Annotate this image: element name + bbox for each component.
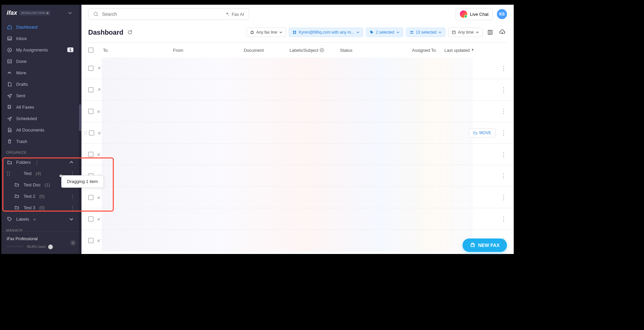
reseller-label: RESELLER VIEW: [21, 11, 45, 14]
col-labels[interactable]: Labels/Subject i: [290, 48, 340, 53]
info-icon[interactable]: i: [319, 48, 324, 52]
chevron-up-icon: [7, 70, 12, 75]
table-row[interactable]: ⋮: [81, 144, 514, 165]
refresh-button[interactable]: [127, 30, 133, 35]
move-button[interactable]: MOVE: [469, 128, 496, 138]
folder-item[interactable]: Test 2 (0)⋮: [1, 190, 79, 202]
filter-labels[interactable]: 2 selected: [366, 28, 403, 37]
plan-usage-bar: [7, 246, 24, 247]
sidebar-scrollbar[interactable]: [79, 5, 81, 254]
row-more-button[interactable]: ⋮: [500, 237, 507, 244]
svg-point-12: [72, 242, 74, 244]
columns-button[interactable]: [485, 28, 495, 37]
folders-toggle[interactable]: Folders ⋮: [1, 156, 79, 168]
folder-more-icon[interactable]: ⋮: [70, 194, 75, 199]
row-checkbox[interactable]: [88, 66, 94, 71]
table-row[interactable]: ⋮: [81, 58, 514, 79]
plan-name: iFax Professional: [7, 236, 67, 241]
nav-dashboard[interactable]: Dashboard: [1, 21, 79, 33]
chat-avatar-icon: [460, 10, 467, 18]
folder-more-icon[interactable]: ⋮: [70, 205, 75, 210]
cloud-download-button[interactable]: [498, 28, 507, 37]
row-checkbox[interactable]: [88, 87, 94, 93]
scrollbar-thumb[interactable]: [79, 104, 81, 131]
nav-label: Dashboard: [16, 25, 38, 30]
inbound-icon: [97, 239, 104, 243]
workspace-switcher[interactable]: [67, 10, 73, 16]
nav-assignments[interactable]: My Assignments 1: [1, 44, 79, 56]
row-more-button[interactable]: ⋮: [500, 172, 507, 180]
col-from[interactable]: From: [173, 48, 244, 53]
filter-member[interactable]: Kyren@fillhq.com with any m...: [289, 28, 363, 37]
table-row[interactable]: ⋮: [81, 101, 514, 122]
table-row[interactable]: ⋮: [81, 187, 514, 208]
nav-sent[interactable]: Sent: [1, 90, 79, 101]
col-to[interactable]: To: [103, 48, 173, 53]
drag-handle-icon[interactable]: [84, 131, 87, 135]
row-more-button[interactable]: ⋮: [500, 86, 507, 94]
nav-done[interactable]: Done: [1, 56, 79, 67]
svg-rect-15: [293, 31, 295, 32]
folder-item[interactable]: Test 3 (0)⋮: [1, 202, 79, 213]
user-avatar[interactable]: KS: [497, 9, 507, 19]
nav-label: My Assignments: [16, 47, 48, 52]
tag-icon: [7, 217, 12, 222]
table-row[interactable]: ⋮: [81, 79, 514, 101]
row-more-button[interactable]: ⋮: [500, 215, 507, 223]
col-assigned[interactable]: Assigned To: [412, 48, 444, 53]
labels-toggle[interactable]: Labels +: [1, 213, 79, 225]
col-document[interactable]: Document: [244, 48, 290, 53]
row-checkbox[interactable]: [89, 130, 94, 136]
filter-label: Kyren@fillhq.com with any m...: [299, 30, 354, 35]
row-more-button[interactable]: ⋮: [500, 65, 507, 72]
row-more-button[interactable]: ⋮: [500, 129, 507, 137]
nav-scheduled[interactable]: Scheduled: [1, 113, 79, 124]
search-icon: [93, 11, 99, 17]
table-row[interactable]: ⋮: [81, 208, 514, 230]
folder-count: (4): [36, 171, 41, 176]
row-checkbox[interactable]: [88, 216, 94, 222]
row-checkbox[interactable]: [88, 195, 94, 200]
filter-faxline[interactable]: Any fax line: [246, 28, 286, 37]
folder-move-icon: [473, 131, 477, 135]
tag-icon: [370, 30, 374, 34]
row-more-button[interactable]: ⋮: [500, 108, 507, 115]
chevron-down-icon: [356, 31, 360, 34]
info-icon[interactable]: i: [48, 245, 53, 249]
fax-ai-button[interactable]: Fax AI: [225, 12, 244, 17]
nav-more[interactable]: More: [1, 67, 79, 78]
row-checkbox[interactable]: [88, 152, 94, 157]
col-status[interactable]: Status: [340, 48, 412, 53]
row-more-button[interactable]: ⋮: [500, 194, 507, 201]
nav-all-faxes[interactable]: All Faxes: [1, 101, 79, 113]
filter-label: 13 selected: [416, 30, 436, 35]
row-checkbox[interactable]: [88, 238, 94, 243]
table-row[interactable]: ⋮: [81, 230, 514, 251]
row-checkbox[interactable]: [88, 109, 94, 114]
search-input[interactable]: [102, 11, 222, 17]
table-row[interactable]: ⋮: [81, 165, 514, 187]
inbound-icon: [98, 131, 104, 135]
filter-time[interactable]: Any time: [448, 28, 483, 37]
drag-handle-icon[interactable]: [7, 171, 12, 176]
nav-all-documents[interactable]: All Documents: [1, 124, 79, 136]
nav-trash[interactable]: Trash: [1, 136, 79, 147]
chevron-down-icon: [396, 31, 400, 34]
select-all-checkbox[interactable]: [88, 47, 94, 53]
nav-drafts[interactable]: Drafts: [1, 78, 79, 90]
add-label-icon[interactable]: +: [33, 216, 36, 222]
live-chat-button[interactable]: Live Chat: [455, 8, 493, 20]
filter-status[interactable]: 13 selected: [406, 28, 445, 37]
chevron-down-icon: [69, 217, 73, 221]
reseller-badge: RESELLER VIEW: [19, 10, 50, 15]
svg-rect-16: [295, 31, 296, 32]
table-row[interactable]: MOVE⋮: [81, 122, 514, 144]
settings-gear-icon[interactable]: [70, 240, 76, 246]
search-box[interactable]: Fax AI: [88, 8, 249, 20]
row-more-button[interactable]: ⋮: [500, 151, 507, 158]
folders-more-icon[interactable]: ⋮: [35, 160, 39, 165]
col-updated[interactable]: Last updated: [444, 48, 485, 53]
outbound-icon: [97, 88, 104, 92]
nav-inbox[interactable]: Inbox: [1, 33, 79, 44]
sidebar-footer: iFax Professional 84.8% Used i: [1, 231, 81, 254]
